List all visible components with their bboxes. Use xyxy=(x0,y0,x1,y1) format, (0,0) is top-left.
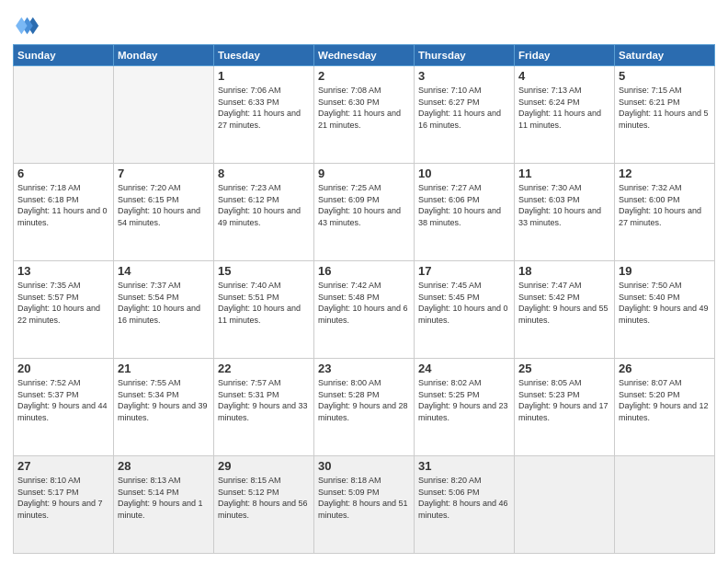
calendar-cell: 20Sunrise: 7:52 AM Sunset: 5:37 PM Dayli… xyxy=(14,359,114,456)
day-number: 5 xyxy=(619,69,711,83)
day-number: 7 xyxy=(118,167,210,180)
day-number: 14 xyxy=(118,264,210,278)
day-info: Sunrise: 8:18 AM Sunset: 5:09 PM Dayligh… xyxy=(318,475,410,521)
calendar-cell: 7Sunrise: 7:20 AM Sunset: 6:15 PM Daylig… xyxy=(114,164,214,261)
calendar-cell: 29Sunrise: 8:15 AM Sunset: 5:12 PM Dayli… xyxy=(214,456,314,554)
day-info: Sunrise: 8:02 AM Sunset: 5:25 PM Dayligh… xyxy=(418,377,510,423)
calendar-cell: 18Sunrise: 7:47 AM Sunset: 5:42 PM Dayli… xyxy=(515,261,615,359)
day-info: Sunrise: 7:40 AM Sunset: 5:51 PM Dayligh… xyxy=(218,280,310,326)
calendar-cell: 22Sunrise: 7:57 AM Sunset: 5:31 PM Dayli… xyxy=(214,359,314,456)
day-number: 25 xyxy=(518,362,610,375)
day-number: 22 xyxy=(218,362,310,375)
day-info: Sunrise: 8:00 AM Sunset: 5:28 PM Dayligh… xyxy=(318,377,410,423)
calendar-cell: 5Sunrise: 7:15 AM Sunset: 6:21 PM Daylig… xyxy=(615,66,715,164)
day-info: Sunrise: 7:45 AM Sunset: 5:45 PM Dayligh… xyxy=(418,280,510,326)
calendar-cell: 3Sunrise: 7:10 AM Sunset: 6:27 PM Daylig… xyxy=(415,66,515,164)
day-number: 19 xyxy=(619,264,711,278)
calendar-cell: 15Sunrise: 7:40 AM Sunset: 5:51 PM Dayli… xyxy=(214,261,314,359)
day-info: Sunrise: 7:10 AM Sunset: 6:27 PM Dayligh… xyxy=(418,85,510,131)
calendar-cell: 10Sunrise: 7:27 AM Sunset: 6:06 PM Dayli… xyxy=(415,164,515,261)
day-info: Sunrise: 7:18 AM Sunset: 6:18 PM Dayligh… xyxy=(17,182,109,228)
calendar-body: 1Sunrise: 7:06 AM Sunset: 6:33 PM Daylig… xyxy=(14,66,715,554)
day-number: 18 xyxy=(518,264,610,278)
day-number: 31 xyxy=(418,459,510,473)
calendar-cell: 6Sunrise: 7:18 AM Sunset: 6:18 PM Daylig… xyxy=(14,164,114,261)
weekday-header: Wednesday xyxy=(314,45,415,66)
day-info: Sunrise: 7:35 AM Sunset: 5:57 PM Dayligh… xyxy=(17,280,109,326)
day-number: 8 xyxy=(218,167,310,180)
day-number: 11 xyxy=(518,167,610,180)
weekday-header: Tuesday xyxy=(214,45,314,66)
day-number: 21 xyxy=(118,362,210,375)
calendar-week-row: 13Sunrise: 7:35 AM Sunset: 5:57 PM Dayli… xyxy=(14,261,715,359)
day-number: 26 xyxy=(619,362,711,375)
day-number: 6 xyxy=(17,167,109,180)
calendar-cell: 17Sunrise: 7:45 AM Sunset: 5:45 PM Dayli… xyxy=(415,261,515,359)
calendar-cell xyxy=(14,66,114,164)
weekday-row: SundayMondayTuesdayWednesdayThursdayFrid… xyxy=(14,45,715,66)
day-info: Sunrise: 7:30 AM Sunset: 6:03 PM Dayligh… xyxy=(518,182,610,228)
day-number: 1 xyxy=(218,69,310,83)
weekday-header: Saturday xyxy=(615,45,715,66)
day-info: Sunrise: 7:57 AM Sunset: 5:31 PM Dayligh… xyxy=(218,377,310,423)
day-info: Sunrise: 8:10 AM Sunset: 5:17 PM Dayligh… xyxy=(17,475,109,521)
logo-icon xyxy=(13,13,39,39)
weekday-header: Sunday xyxy=(14,45,114,66)
day-info: Sunrise: 7:23 AM Sunset: 6:12 PM Dayligh… xyxy=(218,182,310,228)
day-number: 24 xyxy=(418,362,510,375)
page: SundayMondayTuesdayWednesdayThursdayFrid… xyxy=(0,0,728,563)
calendar-cell: 12Sunrise: 7:32 AM Sunset: 6:00 PM Dayli… xyxy=(615,164,715,261)
calendar-cell: 8Sunrise: 7:23 AM Sunset: 6:12 PM Daylig… xyxy=(214,164,314,261)
day-info: Sunrise: 7:52 AM Sunset: 5:37 PM Dayligh… xyxy=(17,377,109,423)
day-info: Sunrise: 7:47 AM Sunset: 5:42 PM Dayligh… xyxy=(518,280,610,326)
day-number: 2 xyxy=(318,69,410,83)
day-info: Sunrise: 7:55 AM Sunset: 5:34 PM Dayligh… xyxy=(118,377,210,423)
day-info: Sunrise: 7:27 AM Sunset: 6:06 PM Dayligh… xyxy=(418,182,510,228)
day-number: 20 xyxy=(17,362,109,375)
day-number: 15 xyxy=(218,264,310,278)
calendar-cell xyxy=(615,456,715,554)
calendar-week-row: 27Sunrise: 8:10 AM Sunset: 5:17 PM Dayli… xyxy=(14,456,715,554)
calendar-week-row: 20Sunrise: 7:52 AM Sunset: 5:37 PM Dayli… xyxy=(14,359,715,456)
day-number: 3 xyxy=(418,69,510,83)
day-info: Sunrise: 8:20 AM Sunset: 5:06 PM Dayligh… xyxy=(418,475,510,521)
calendar-cell: 31Sunrise: 8:20 AM Sunset: 5:06 PM Dayli… xyxy=(415,456,515,554)
day-info: Sunrise: 8:07 AM Sunset: 5:20 PM Dayligh… xyxy=(619,377,711,423)
calendar-cell: 21Sunrise: 7:55 AM Sunset: 5:34 PM Dayli… xyxy=(114,359,214,456)
calendar-cell: 27Sunrise: 8:10 AM Sunset: 5:17 PM Dayli… xyxy=(14,456,114,554)
calendar-cell: 30Sunrise: 8:18 AM Sunset: 5:09 PM Dayli… xyxy=(314,456,415,554)
calendar-cell: 14Sunrise: 7:37 AM Sunset: 5:54 PM Dayli… xyxy=(114,261,214,359)
calendar-week-row: 1Sunrise: 7:06 AM Sunset: 6:33 PM Daylig… xyxy=(14,66,715,164)
calendar-cell: 13Sunrise: 7:35 AM Sunset: 5:57 PM Dayli… xyxy=(14,261,114,359)
calendar-cell: 2Sunrise: 7:08 AM Sunset: 6:30 PM Daylig… xyxy=(314,66,415,164)
day-number: 16 xyxy=(318,264,410,278)
calendar-week-row: 6Sunrise: 7:18 AM Sunset: 6:18 PM Daylig… xyxy=(14,164,715,261)
day-number: 28 xyxy=(118,459,210,473)
day-info: Sunrise: 8:15 AM Sunset: 5:12 PM Dayligh… xyxy=(218,475,310,521)
weekday-header: Thursday xyxy=(415,45,515,66)
day-number: 10 xyxy=(418,167,510,180)
calendar-cell: 24Sunrise: 8:02 AM Sunset: 5:25 PM Dayli… xyxy=(415,359,515,456)
day-info: Sunrise: 7:08 AM Sunset: 6:30 PM Dayligh… xyxy=(318,85,410,131)
calendar-cell: 11Sunrise: 7:30 AM Sunset: 6:03 PM Dayli… xyxy=(515,164,615,261)
day-info: Sunrise: 7:06 AM Sunset: 6:33 PM Dayligh… xyxy=(218,85,310,131)
day-number: 9 xyxy=(318,167,410,180)
calendar-cell xyxy=(515,456,615,554)
header xyxy=(13,9,715,39)
day-info: Sunrise: 7:13 AM Sunset: 6:24 PM Dayligh… xyxy=(518,85,610,131)
calendar-cell: 23Sunrise: 8:00 AM Sunset: 5:28 PM Dayli… xyxy=(314,359,415,456)
calendar-cell: 16Sunrise: 7:42 AM Sunset: 5:48 PM Dayli… xyxy=(314,261,415,359)
calendar-table: SundayMondayTuesdayWednesdayThursdayFrid… xyxy=(13,44,715,554)
day-info: Sunrise: 7:25 AM Sunset: 6:09 PM Dayligh… xyxy=(318,182,410,228)
day-number: 29 xyxy=(218,459,310,473)
weekday-header: Monday xyxy=(114,45,214,66)
calendar-cell xyxy=(114,66,214,164)
day-number: 23 xyxy=(318,362,410,375)
day-info: Sunrise: 7:50 AM Sunset: 5:40 PM Dayligh… xyxy=(619,280,711,326)
calendar-cell: 9Sunrise: 7:25 AM Sunset: 6:09 PM Daylig… xyxy=(314,164,415,261)
day-number: 13 xyxy=(17,264,109,278)
logo xyxy=(13,13,42,39)
calendar-cell: 28Sunrise: 8:13 AM Sunset: 5:14 PM Dayli… xyxy=(114,456,214,554)
calendar-cell: 26Sunrise: 8:07 AM Sunset: 5:20 PM Dayli… xyxy=(615,359,715,456)
calendar-cell: 4Sunrise: 7:13 AM Sunset: 6:24 PM Daylig… xyxy=(515,66,615,164)
